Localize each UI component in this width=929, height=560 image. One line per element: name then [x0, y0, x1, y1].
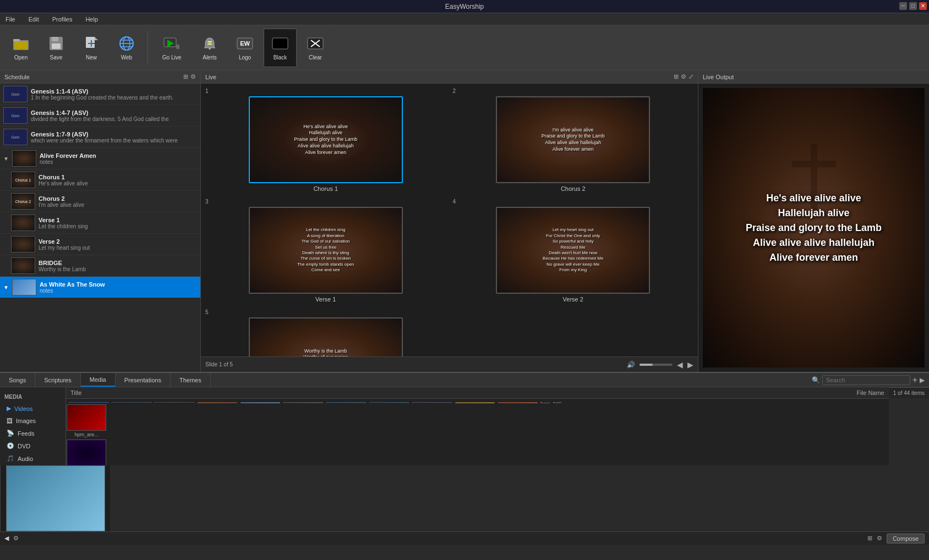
audio-label: Audio	[18, 455, 33, 462]
schedule-item-genesis-2[interactable]: Gen Genesis 1:4-7 (ASV) divided the ligh…	[0, 105, 200, 127]
schedule-item-verse2[interactable]: Verse 2 Let my heart sing out	[0, 234, 200, 255]
bottom-nav-left[interactable]: ◀	[4, 535, 9, 542]
add-media-button[interactable]: +	[912, 375, 917, 385]
compose-button[interactable]: Compose	[887, 534, 925, 543]
media-thumb-fp-blue-fa[interactable]: fp_blue fa...	[68, 401, 109, 403]
media-thumb-fp-waves[interactable]: fp_waves...	[369, 401, 409, 403]
tab-songs[interactable]: Songs	[0, 373, 35, 387]
slide-cell-1: 1 He's alive alive aliveHallelujah alive…	[205, 88, 446, 192]
media-thumb-fp-yellow[interactable]: fp_yellow...	[455, 401, 495, 403]
schedule-item-sub: which were under the firmament from the …	[31, 138, 197, 144]
schedule-thumb: Chorus 2	[11, 193, 35, 210]
slide-thumb-1[interactable]: He's alive alive aliveHallelujah alivePr…	[249, 96, 403, 183]
search-icon: 🔍	[812, 376, 820, 384]
minimize-button[interactable]: ─	[899, 2, 907, 10]
media-thumb-fp-statue[interactable]: fp_statue...	[283, 401, 324, 403]
schedule-item-aswhite[interactable]: ▼ As White As The Snow notes	[0, 277, 200, 298]
media-thumb-fp-crossg[interactable]: fp_crossg...	[154, 401, 195, 403]
schedule-info: Genesis 1:7-9 (ASV) which were under the…	[31, 131, 197, 144]
schedule-grid-icon[interactable]: ⊞	[183, 73, 188, 80]
slide-label-4: Verse 2	[563, 296, 583, 303]
schedule-settings-icon[interactable]: ⚙	[190, 73, 196, 80]
schedule-list: Gen Genesis 1:1-4 (ASV) 1 In the beginni…	[0, 84, 200, 372]
media-item-dvd[interactable]: 💿 DVD	[0, 440, 65, 452]
search-input[interactable]	[822, 375, 910, 385]
tab-themes[interactable]: Themes	[171, 373, 211, 387]
schedule-item-chorus2[interactable]: Chorus 2 Chorus 2 I'm alive alive alive	[0, 191, 200, 212]
media-item-feeds[interactable]: 📡 Feeds	[0, 427, 65, 440]
media-name: hpm_24S...	[540, 401, 566, 403]
slide-thumb-2[interactable]: I'm alive alive alivePraise and glory to…	[496, 96, 650, 183]
media-expand-button[interactable]: ▶	[920, 376, 925, 384]
collapse-icon[interactable]: ▼	[3, 156, 9, 162]
logo-button[interactable]: EW Logo	[228, 29, 261, 67]
media-thumb-fp-worshi[interactable]: fp_worshi...	[412, 401, 452, 403]
slide-thumb-3[interactable]: Let the children singA song of liberatio…	[249, 207, 403, 294]
media-thumb-hpm-are[interactable]: hpm_are...	[66, 403, 107, 438]
web-label: Web	[121, 54, 132, 61]
media-thumb-fp-waterg[interactable]: fp_waterg...	[326, 401, 367, 403]
menu-item-profiles[interactable]: Profiles	[49, 15, 76, 24]
live-expand-icon[interactable]: ⤢	[688, 73, 693, 80]
schedule-item-genesis-1[interactable]: Gen Genesis 1:1-4 (ASV) 1 In the beginni…	[0, 84, 200, 105]
media-thumb-hpm-chri[interactable]: hpm_chri...	[66, 438, 107, 465]
media-thumb-fp-saturat[interactable]: fp_saturat...	[197, 401, 238, 403]
media-grid: fp_blue fa... fp_blue g... fp_crossg... …	[66, 399, 889, 403]
schedule-item-genesis-3[interactable]: Gen Genesis 1:7-9 (ASV) which were under…	[0, 127, 200, 148]
black-button[interactable]: Black	[264, 29, 297, 67]
schedule-item-sub: 1 In the beginning God created the heave…	[31, 95, 197, 101]
tab-media[interactable]: Media	[81, 373, 116, 387]
clear-button[interactable]: Clear	[299, 29, 332, 67]
media-thumb-hpm-24s[interactable]: FIRE ITCOMES	[498, 401, 538, 403]
slide-thumb-5[interactable]: Worthy is the LambWorthy of our praiseWo…	[249, 317, 403, 356]
menu-item-help[interactable]: Help	[82, 15, 101, 24]
app-title: EasyWorship	[445, 3, 484, 10]
web-button[interactable]: Web	[110, 29, 143, 67]
save-button[interactable]: Save	[40, 29, 73, 67]
media-item-images[interactable]: 🖼 Images	[0, 415, 65, 427]
maximize-button[interactable]: □	[909, 2, 917, 10]
go-live-button[interactable]: Go Live	[152, 29, 191, 67]
open-button[interactable]: Open	[4, 29, 37, 67]
live-grid-icon[interactable]: ⊞	[674, 73, 679, 80]
schedule-item-bridge[interactable]: BRIDGE Worthy is the Lamb	[0, 255, 200, 277]
tab-scriptures[interactable]: Scriptures	[35, 373, 81, 387]
output-display: He's alive alive alive Hallelujah alive …	[703, 88, 925, 367]
media-thumb-fp-blue-g[interactable]: fp_blue g...	[111, 401, 152, 403]
titlebar-controls[interactable]: ─ □ ✕	[899, 2, 927, 10]
prev-slide-button[interactable]: ◀	[677, 360, 683, 369]
slide-info: Slide 1 of 5	[205, 361, 233, 367]
schedule-item-chorus1[interactable]: Chorus 1 Chorus 1 He's alive alive alive	[0, 169, 200, 191]
menu-item-file[interactable]: File	[2, 15, 19, 24]
media-thumb-fp-snow[interactable]: fp_snow f...	[240, 401, 281, 403]
schedule-thumb: Chorus 1	[11, 172, 35, 188]
slide-thumb-4[interactable]: Let my heart sing outFor Christ the One …	[496, 207, 650, 294]
media-item-videos[interactable]: ▶ Videos	[0, 402, 65, 415]
volume-icon: 🔊	[627, 361, 635, 369]
alerts-button[interactable]: Alerts	[193, 29, 226, 67]
bottom-settings-icon[interactable]: ⚙	[13, 535, 19, 542]
schedule-item-sub: Worthy is the Lamb	[39, 266, 197, 272]
close-button[interactable]: ✕	[919, 2, 927, 10]
live-settings-icon[interactable]: ⚙	[681, 73, 686, 80]
tab-presentations[interactable]: Presentations	[116, 373, 171, 387]
new-button[interactable]: New	[75, 29, 108, 67]
schedule-item-sub: I'm alive alive alive	[39, 202, 197, 208]
schedule-item-verse1[interactable]: Verse 1 Let the children sing	[0, 212, 200, 234]
next-slide-button[interactable]: ▶	[687, 360, 693, 369]
titlebar: EasyWorship ─ □ ✕	[0, 0, 929, 13]
schedule-item-sub: Let my heart sing out	[39, 245, 197, 251]
volume-slider[interactable]	[640, 364, 673, 366]
schedule-item-alive[interactable]: ▼ Alive Forever Amen notes	[0, 148, 200, 169]
bottom-settings-icon-2[interactable]: ⚙	[877, 535, 882, 542]
media-item-audio[interactable]: 🎵 Audio	[0, 452, 65, 465]
menu-item-edit[interactable]: Edit	[25, 15, 42, 24]
media-section-title: MEDIA	[0, 392, 65, 402]
collapse-icon-2[interactable]: ▼	[3, 284, 9, 290]
bottom-grid-icon[interactable]: ⊞	[867, 535, 872, 542]
feeds-label: Feeds	[18, 430, 35, 437]
output-panel: Live Output He's alive alive alive Halle…	[698, 70, 929, 372]
feeds-icon: 📡	[7, 430, 14, 437]
slide-cell-3: 3 Let the children singA song of liberat…	[205, 199, 446, 303]
slide-cell-2: 2 I'm alive alive alivePraise and glory …	[453, 88, 694, 192]
